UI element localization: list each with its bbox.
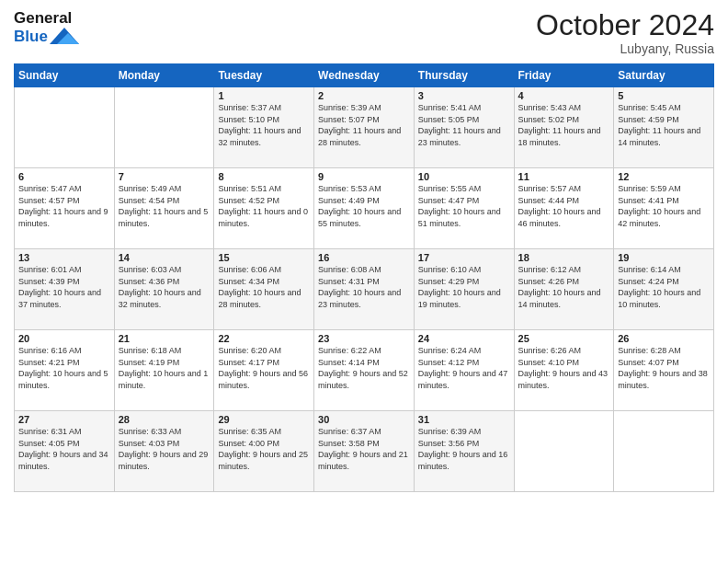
day-info: Sunrise: 6:28 AMSunset: 4:07 PMDaylight:…: [618, 345, 710, 391]
day-info: Sunrise: 5:57 AMSunset: 4:44 PMDaylight:…: [518, 183, 610, 229]
day-number: 28: [119, 414, 210, 425]
weekday-header-row: SundayMondayTuesdayWednesdayThursdayFrid…: [15, 64, 714, 87]
calendar-cell: 29Sunrise: 6:35 AMSunset: 4:00 PMDayligh…: [214, 411, 314, 492]
calendar-cell: 4Sunrise: 5:43 AMSunset: 5:02 PMDaylight…: [514, 87, 614, 168]
logo: General Blue: [14, 9, 79, 46]
day-info: Sunrise: 6:22 AMSunset: 4:14 PMDaylight:…: [318, 345, 410, 391]
day-number: 5: [618, 90, 710, 101]
header: General Blue October 2024 Lubyany, Russi…: [14, 9, 714, 56]
day-number: 29: [218, 414, 310, 425]
day-number: 10: [418, 171, 510, 182]
calendar-cell: 30Sunrise: 6:37 AMSunset: 3:58 PMDayligh…: [314, 411, 415, 492]
day-number: 25: [518, 333, 610, 344]
calendar-cell: 20Sunrise: 6:16 AMSunset: 4:21 PMDayligh…: [15, 330, 115, 411]
day-number: 16: [318, 252, 410, 263]
day-info: Sunrise: 6:18 AMSunset: 4:19 PMDaylight:…: [119, 345, 210, 391]
day-number: 30: [318, 414, 410, 425]
calendar-cell: 26Sunrise: 6:28 AMSunset: 4:07 PMDayligh…: [614, 330, 714, 411]
day-info: Sunrise: 6:39 AMSunset: 3:56 PMDaylight:…: [418, 426, 510, 472]
calendar-cell: 17Sunrise: 6:10 AMSunset: 4:29 PMDayligh…: [414, 249, 514, 330]
calendar-cell: 1Sunrise: 5:37 AMSunset: 5:10 PMDaylight…: [214, 87, 314, 168]
day-number: 14: [119, 252, 210, 263]
day-number: 7: [119, 171, 210, 182]
day-info: Sunrise: 5:41 AMSunset: 5:05 PMDaylight:…: [418, 102, 510, 148]
calendar-cell: 12Sunrise: 5:59 AMSunset: 4:41 PMDayligh…: [614, 168, 714, 249]
calendar-cell: 13Sunrise: 6:01 AMSunset: 4:39 PMDayligh…: [15, 249, 115, 330]
calendar-cell: 25Sunrise: 6:26 AMSunset: 4:10 PMDayligh…: [514, 330, 614, 411]
day-number: 23: [318, 333, 410, 344]
weekday-header-cell: Wednesday: [314, 64, 415, 87]
day-number: 20: [18, 333, 110, 344]
day-number: 22: [218, 333, 310, 344]
calendar-cell: 21Sunrise: 6:18 AMSunset: 4:19 PMDayligh…: [114, 330, 214, 411]
calendar-cell: 3Sunrise: 5:41 AMSunset: 5:05 PMDaylight…: [414, 87, 514, 168]
day-info: Sunrise: 6:08 AMSunset: 4:31 PMDaylight:…: [318, 264, 410, 310]
calendar-cell: 19Sunrise: 6:14 AMSunset: 4:24 PMDayligh…: [614, 249, 714, 330]
calendar-cell: [614, 411, 714, 492]
calendar-cell: 24Sunrise: 6:24 AMSunset: 4:12 PMDayligh…: [414, 330, 514, 411]
day-number: 9: [318, 171, 410, 182]
title-wrap: October 2024 Lubyany, Russia: [536, 9, 714, 56]
page: General Blue October 2024 Lubyany, Russi…: [0, 0, 728, 563]
calendar-cell: 16Sunrise: 6:08 AMSunset: 4:31 PMDayligh…: [314, 249, 415, 330]
weekday-header-cell: Friday: [514, 64, 614, 87]
day-info: Sunrise: 6:20 AMSunset: 4:17 PMDaylight:…: [218, 345, 310, 391]
day-info: Sunrise: 5:47 AMSunset: 4:57 PMDaylight:…: [18, 183, 110, 229]
day-info: Sunrise: 5:39 AMSunset: 5:07 PMDaylight:…: [318, 102, 410, 148]
logo-icon: [50, 28, 79, 44]
calendar-cell: [15, 87, 115, 168]
weekday-header-cell: Thursday: [414, 64, 514, 87]
day-info: Sunrise: 5:53 AMSunset: 4:49 PMDaylight:…: [318, 183, 410, 229]
day-number: 8: [218, 171, 310, 182]
day-info: Sunrise: 5:43 AMSunset: 5:02 PMDaylight:…: [518, 102, 610, 148]
day-info: Sunrise: 5:49 AMSunset: 4:54 PMDaylight:…: [119, 183, 210, 229]
day-info: Sunrise: 6:33 AMSunset: 4:03 PMDaylight:…: [119, 426, 210, 472]
day-number: 17: [418, 252, 510, 263]
calendar-cell: 28Sunrise: 6:33 AMSunset: 4:03 PMDayligh…: [114, 411, 214, 492]
calendar-week-row: 1Sunrise: 5:37 AMSunset: 5:10 PMDaylight…: [15, 87, 714, 168]
day-number: 31: [418, 414, 510, 425]
day-number: 19: [618, 252, 710, 263]
day-info: Sunrise: 5:45 AMSunset: 4:59 PMDaylight:…: [618, 102, 710, 148]
logo-general: General: [14, 9, 79, 28]
calendar-cell: [114, 87, 214, 168]
calendar-cell: 14Sunrise: 6:03 AMSunset: 4:36 PMDayligh…: [114, 249, 214, 330]
weekday-header-cell: Tuesday: [214, 64, 314, 87]
day-info: Sunrise: 5:59 AMSunset: 4:41 PMDaylight:…: [618, 183, 710, 229]
logo-blue: Blue: [14, 28, 48, 46]
day-number: 13: [18, 252, 110, 263]
calendar-cell: 18Sunrise: 6:12 AMSunset: 4:26 PMDayligh…: [514, 249, 614, 330]
day-info: Sunrise: 6:01 AMSunset: 4:39 PMDaylight:…: [18, 264, 110, 310]
calendar-cell: 10Sunrise: 5:55 AMSunset: 4:47 PMDayligh…: [414, 168, 514, 249]
calendar-cell: 8Sunrise: 5:51 AMSunset: 4:52 PMDaylight…: [214, 168, 314, 249]
calendar-cell: 7Sunrise: 5:49 AMSunset: 4:54 PMDaylight…: [114, 168, 214, 249]
month-title: October 2024: [536, 9, 714, 41]
day-number: 24: [418, 333, 510, 344]
day-info: Sunrise: 6:35 AMSunset: 4:00 PMDaylight:…: [218, 426, 310, 472]
calendar-cell: 2Sunrise: 5:39 AMSunset: 5:07 PMDaylight…: [314, 87, 415, 168]
calendar-cell: [514, 411, 614, 492]
day-number: 3: [418, 90, 510, 101]
weekday-header-cell: Saturday: [614, 64, 714, 87]
day-info: Sunrise: 6:12 AMSunset: 4:26 PMDaylight:…: [518, 264, 610, 310]
day-info: Sunrise: 6:26 AMSunset: 4:10 PMDaylight:…: [518, 345, 610, 391]
weekday-header-cell: Sunday: [15, 64, 115, 87]
day-info: Sunrise: 6:03 AMSunset: 4:36 PMDaylight:…: [119, 264, 210, 310]
calendar-week-row: 20Sunrise: 6:16 AMSunset: 4:21 PMDayligh…: [15, 330, 714, 411]
calendar: SundayMondayTuesdayWednesdayThursdayFrid…: [14, 63, 714, 492]
weekday-header-cell: Monday: [114, 64, 214, 87]
day-info: Sunrise: 5:37 AMSunset: 5:10 PMDaylight:…: [218, 102, 310, 148]
day-number: 15: [218, 252, 310, 263]
day-number: 11: [518, 171, 610, 182]
calendar-body: 1Sunrise: 5:37 AMSunset: 5:10 PMDaylight…: [15, 87, 714, 492]
day-number: 1: [218, 90, 310, 101]
calendar-cell: 5Sunrise: 5:45 AMSunset: 4:59 PMDaylight…: [614, 87, 714, 168]
calendar-cell: 9Sunrise: 5:53 AMSunset: 4:49 PMDaylight…: [314, 168, 415, 249]
day-info: Sunrise: 6:16 AMSunset: 4:21 PMDaylight:…: [18, 345, 110, 391]
day-number: 6: [18, 171, 110, 182]
calendar-week-row: 6Sunrise: 5:47 AMSunset: 4:57 PMDaylight…: [15, 168, 714, 249]
day-number: 27: [18, 414, 110, 425]
calendar-cell: 11Sunrise: 5:57 AMSunset: 4:44 PMDayligh…: [514, 168, 614, 249]
day-number: 18: [518, 252, 610, 263]
calendar-cell: 6Sunrise: 5:47 AMSunset: 4:57 PMDaylight…: [15, 168, 115, 249]
